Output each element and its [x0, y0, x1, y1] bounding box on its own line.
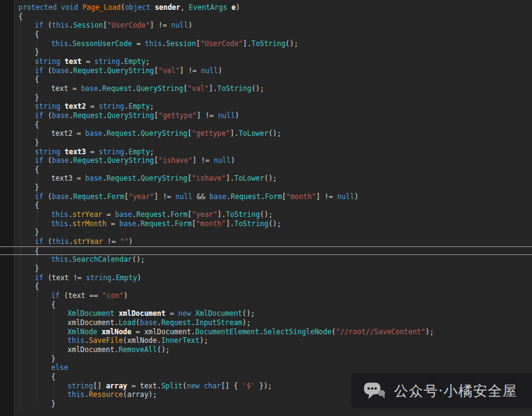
- code-line[interactable]: xmlDocument.RemoveAll();: [0, 345, 532, 355]
- code-line[interactable]: XmlNode xmlNode = xmlDocument.DocumentEl…: [0, 328, 532, 337]
- code-token: }: [35, 228, 39, 237]
- code-line[interactable]: }: [0, 93, 532, 103]
- code-token: strYear: [73, 210, 102, 219]
- code-line[interactable]: {: [0, 75, 532, 84]
- code-line[interactable]: text3 = base.Request.QueryString["ishave…: [0, 174, 532, 183]
- code-token: base: [210, 192, 227, 201]
- code-token: ();: [157, 345, 170, 354]
- code-token: Load: [119, 318, 136, 327]
- code-line[interactable]: this.SessonUserCode = this.Session["User…: [0, 39, 532, 49]
- code-token: base: [52, 66, 69, 75]
- code-line[interactable]: {: [0, 201, 532, 210]
- code-token: void: [61, 3, 78, 12]
- code-token: .: [170, 219, 175, 228]
- code-token: (: [43, 156, 52, 165]
- code-token: string: [35, 102, 61, 111]
- code-token: base: [52, 192, 69, 201]
- code-token: null: [218, 111, 235, 120]
- code-line[interactable]: string text2 = string.Empty;: [0, 102, 532, 111]
- code-line[interactable]: text2 = base.Request.QueryString["gettyp…: [0, 129, 532, 138]
- code-line[interactable]: this.SaveFile(xmlNode.InnerText);: [0, 336, 532, 345]
- code-token: InnerText: [161, 336, 199, 345]
- code-token: ToLower: [234, 174, 264, 182]
- code-line[interactable]: if (base.Request.Form["year"] != null &&…: [0, 192, 532, 202]
- code-line[interactable]: }: [0, 228, 532, 237]
- code-token: char: [204, 382, 221, 390]
- code-line[interactable]: xmlDocument.Load(base.Request.InputStrea…: [0, 318, 532, 328]
- code-token: ();: [285, 39, 298, 48]
- code-token: "year": [129, 192, 154, 201]
- code-line[interactable]: }: [0, 264, 532, 273]
- code-token: base: [81, 84, 98, 93]
- code-token: .: [191, 318, 196, 327]
- code-token: xmlDocument: [119, 309, 165, 318]
- code-token: Form: [265, 192, 282, 201]
- code-line[interactable]: protected void Page_Load(object sender, …: [0, 3, 532, 12]
- code-line[interactable]: if (base.Request.QueryString["val"] != n…: [0, 66, 532, 76]
- code-area[interactable]: protected void Page_Load(object sender, …: [0, 3, 532, 409]
- code-token: [: [188, 210, 192, 219]
- code-token: .: [69, 66, 73, 75]
- code-line[interactable]: if (text != string.Empty): [0, 273, 532, 283]
- code-line[interactable]: if (base.Request.QueryString["gettype"] …: [0, 111, 532, 120]
- code-line[interactable]: this.SearchCalendar();: [0, 255, 532, 264]
- code-token: (array);: [123, 390, 157, 399]
- code-line[interactable]: this.strYear = base.Request.Form["year"]…: [0, 210, 532, 219]
- code-token: text3: [65, 147, 86, 156]
- code-token: ToString: [234, 219, 268, 228]
- code-line[interactable]: else: [0, 363, 532, 372]
- code-token: "val": [188, 84, 209, 93]
- code-token: this: [51, 39, 68, 48]
- code-token: string: [35, 147, 61, 156]
- code-line[interactable]: {: [0, 165, 532, 175]
- code-token: Form: [170, 210, 188, 219]
- code-line[interactable]: }: [0, 48, 532, 57]
- code-line[interactable]: text = base.Request.QueryString["val"].T…: [0, 84, 532, 93]
- code-line[interactable]: {: [0, 120, 532, 130]
- code-token: }: [51, 355, 55, 363]
- code-line[interactable]: {: [0, 12, 532, 22]
- code-token: [114, 309, 119, 318]
- code-token: this: [51, 210, 68, 219]
- code-token: [: [196, 39, 200, 48]
- code-token: DocumentElement: [196, 328, 260, 336]
- code-line[interactable]: {: [0, 282, 532, 291]
- code-line[interactable]: if (this.strYear != ""): [0, 237, 532, 246]
- code-line[interactable]: string text = string.Empty;: [0, 57, 532, 66]
- code-line[interactable]: {: [0, 300, 532, 310]
- code-line[interactable]: {: [0, 30, 532, 39]
- code-token: [: [183, 84, 188, 93]
- code-token: if: [51, 291, 60, 300]
- code-line[interactable]: if (this.Session["UserCode"] != null): [0, 21, 532, 30]
- code-token: this: [51, 255, 68, 264]
- code-token: =: [106, 219, 119, 228]
- code-token: "val": [158, 66, 180, 75]
- code-token: {: [35, 247, 39, 256]
- code-token: [] {: [221, 382, 242, 390]
- code-token: sender: [155, 3, 181, 12]
- code-token: base: [85, 174, 103, 182]
- code-line[interactable]: this.strMonth = base.Request.Form["month…: [0, 219, 532, 229]
- code-line[interactable]: }: [0, 183, 532, 192]
- code-line[interactable]: string text3 = string.Empty;: [0, 147, 532, 157]
- code-token: [: [188, 174, 192, 182]
- code-token: (: [183, 382, 187, 390]
- code-token: (: [332, 328, 336, 336]
- code-line-current[interactable]: {: [0, 246, 532, 256]
- code-token: =: [102, 210, 115, 219]
- code-token: .: [137, 129, 141, 138]
- code-token: [151, 3, 155, 12]
- code-token: .: [68, 39, 73, 48]
- code-token: ] !=: [197, 111, 218, 120]
- code-token: null: [175, 192, 193, 201]
- code-line[interactable]: }: [0, 138, 532, 147]
- code-token: Form: [107, 192, 124, 201]
- code-token: );: [199, 336, 208, 345]
- code-token: ToString: [226, 210, 260, 219]
- code-token: ] !=: [150, 21, 172, 29]
- code-line[interactable]: XmlDocument xmlDocument = new XmlDocumen…: [0, 309, 532, 318]
- code-line[interactable]: if (base.Request.QueryString["ishave"] !…: [0, 156, 532, 165]
- code-line[interactable]: }: [0, 355, 532, 364]
- code-token: RemoveAll: [119, 345, 157, 354]
- code-line[interactable]: if (text == "con"): [0, 291, 532, 300]
